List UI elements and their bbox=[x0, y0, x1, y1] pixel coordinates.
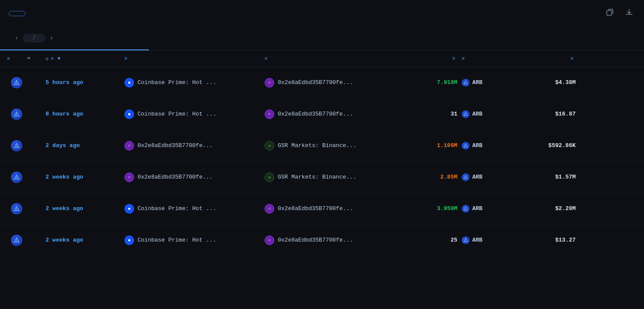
table-row[interactable]: 2 weeks ago Coinbase Prime: Hot ... ◇ 0x… bbox=[0, 193, 644, 225]
filter-value-icon: ≡ bbox=[452, 56, 456, 61]
to-address-icon: ◇ bbox=[265, 204, 274, 214]
row-chain-icon bbox=[7, 235, 26, 246]
row-to[interactable]: ◇ 0x2e8aEdbd35B7700fe... bbox=[265, 109, 409, 119]
from-name: Coinbase Prime: Hot ... bbox=[138, 111, 216, 117]
svg-marker-16 bbox=[464, 176, 467, 179]
row-from[interactable]: Coinbase Prime: Hot ... bbox=[124, 78, 265, 88]
filter-badge[interactable] bbox=[9, 11, 25, 16]
filter-token-icon: ≡ bbox=[462, 56, 465, 61]
row-value: 1.109M bbox=[409, 142, 462, 149]
table-row[interactable]: 2 days ago ◇ 0x2e8aEdbd35B7700fe... ✳ GS… bbox=[0, 130, 644, 162]
address-icon: ◇ bbox=[124, 141, 134, 151]
address-icon: ◇ bbox=[124, 172, 134, 182]
svg-marker-13 bbox=[464, 144, 467, 147]
row-value: 31 bbox=[409, 111, 462, 117]
table-row[interactable]: 8 hours ago Coinbase Prime: Hot ... ◇ 0x… bbox=[0, 98, 644, 130]
row-from[interactable]: ◇ 0x2e8aEdbd35B7700fe... bbox=[124, 141, 265, 151]
download-button[interactable] bbox=[623, 6, 635, 21]
row-chain-icon bbox=[7, 172, 26, 183]
table-row[interactable]: 2 weeks ago ◇ 0x2e8aEdbd35B7700fe... ✳ G… bbox=[0, 162, 644, 193]
tab-header: ‹ / › bbox=[0, 27, 644, 51]
row-to[interactable]: ✳ GSR Markets: Binance... bbox=[265, 172, 409, 182]
col-usd[interactable]: ≡ bbox=[527, 56, 576, 61]
row-chain-icon bbox=[7, 203, 26, 214]
filter-usd-icon: ≡ bbox=[570, 56, 574, 61]
link-icon: ⚭ bbox=[26, 55, 32, 62]
row-to[interactable]: ◇ 0x2e8aEdbd35B7700fe... bbox=[265, 235, 409, 245]
gsr-icon: ✳ bbox=[265, 172, 274, 182]
row-from[interactable]: Coinbase Prime: Hot ... bbox=[124, 204, 265, 214]
arbitrum-icon bbox=[11, 77, 22, 88]
from-name: Coinbase Prime: Hot ... bbox=[138, 79, 216, 86]
to-address: GSR Markets: Binance... bbox=[278, 142, 356, 149]
svg-point-25 bbox=[128, 239, 131, 241]
row-token: ARB bbox=[462, 173, 527, 181]
top-bar bbox=[0, 0, 644, 27]
token-arb-icon bbox=[462, 236, 470, 244]
row-token: ARB bbox=[462, 236, 527, 244]
page-separator: / bbox=[32, 35, 35, 41]
row-from[interactable]: Coinbase Prime: Hot ... bbox=[124, 235, 265, 245]
token-arb-icon bbox=[462, 110, 470, 118]
row-token: ARB bbox=[462, 205, 527, 213]
svg-marker-21 bbox=[464, 207, 467, 210]
row-to[interactable]: ◇ 0x2e8aEdbd35B7700fe... bbox=[265, 204, 409, 214]
row-from[interactable]: Coinbase Prime: Hot ... bbox=[124, 109, 265, 119]
row-from[interactable]: ◇ 0x2e8aEdbd35B7700fe... bbox=[124, 172, 265, 182]
next-page-arrow[interactable]: › bbox=[50, 35, 53, 42]
row-usd: $4.38M bbox=[527, 79, 576, 86]
row-token: ARB bbox=[462, 110, 527, 118]
filter-time-icon: ≡ bbox=[51, 56, 54, 61]
col-to[interactable]: ≡ bbox=[265, 56, 409, 61]
row-to[interactable]: ✳ GSR Markets: Binance... bbox=[265, 141, 409, 151]
token-name: ARB bbox=[472, 111, 482, 117]
token-name: ARB bbox=[472, 174, 482, 180]
row-usd: $2.20M bbox=[527, 205, 576, 212]
col-from[interactable]: ≡ bbox=[124, 56, 265, 61]
col-time[interactable]: ⊙ ≡ ▼ bbox=[46, 56, 124, 62]
table-row[interactable]: 5 hours ago Coinbase Prime: Hot ... ◇ 0x… bbox=[0, 67, 644, 98]
col-filter1[interactable]: ≡ bbox=[7, 56, 26, 61]
table-body: 5 hours ago Coinbase Prime: Hot ... ◇ 0x… bbox=[0, 67, 644, 256]
sort-icon: ▼ bbox=[57, 56, 61, 61]
from-name: 0x2e8aEdbd35B7700fe... bbox=[138, 142, 213, 149]
from-name: 0x2e8aEdbd35B7700fe... bbox=[138, 174, 213, 180]
copy-button[interactable] bbox=[604, 6, 616, 21]
arbitrum-icon bbox=[11, 235, 22, 246]
token-arb-icon bbox=[462, 173, 470, 181]
row-value: 3.959M bbox=[409, 205, 462, 212]
token-name: ARB bbox=[472, 79, 482, 86]
tab-swaps[interactable] bbox=[149, 27, 314, 50]
row-chain-icon bbox=[7, 77, 26, 88]
tab-inflow[interactable] bbox=[314, 27, 479, 50]
filter-to-icon: ≡ bbox=[265, 56, 268, 61]
tab-outflow[interactable] bbox=[479, 27, 644, 50]
row-time: 2 weeks ago bbox=[46, 205, 124, 212]
coinbase-icon bbox=[124, 235, 134, 245]
gsr-icon: ✳ bbox=[265, 141, 274, 151]
row-to[interactable]: ◇ 0x2e8aEdbd35B7700fe... bbox=[265, 78, 409, 88]
tab-transactions[interactable]: ‹ / › bbox=[0, 27, 149, 50]
svg-point-4 bbox=[128, 81, 131, 84]
col-value[interactable]: ≡ bbox=[409, 56, 462, 61]
row-chain-icon bbox=[7, 140, 26, 151]
to-address: 0x2e8aEdbd35B7700fe... bbox=[278, 111, 353, 117]
from-name: Coinbase Prime: Hot ... bbox=[138, 237, 216, 243]
row-time: 8 hours ago bbox=[46, 111, 124, 117]
svg-marker-5 bbox=[464, 81, 467, 84]
to-address: 0x2e8aEdbd35B7700fe... bbox=[278, 79, 353, 86]
coinbase-icon bbox=[124, 109, 134, 119]
col-link[interactable]: ⚭ bbox=[26, 55, 46, 62]
token-name: ARB bbox=[472, 205, 482, 212]
svg-marker-10 bbox=[464, 112, 467, 116]
to-address: 0x2e8aEdbd35B7700fe... bbox=[278, 205, 353, 212]
table-row[interactable]: 2 weeks ago Coinbase Prime: Hot ... ◇ 0x… bbox=[0, 225, 644, 256]
col-token[interactable]: ≡ bbox=[462, 56, 527, 61]
row-usd: $1.57M bbox=[527, 174, 576, 180]
token-name: ARB bbox=[472, 142, 482, 149]
row-value: 7.918M bbox=[409, 79, 462, 86]
row-token: ARB bbox=[462, 79, 527, 87]
from-name: Coinbase Prime: Hot ... bbox=[138, 205, 216, 212]
prev-page-arrow[interactable]: ‹ bbox=[15, 35, 18, 42]
coinbase-icon bbox=[124, 204, 134, 214]
